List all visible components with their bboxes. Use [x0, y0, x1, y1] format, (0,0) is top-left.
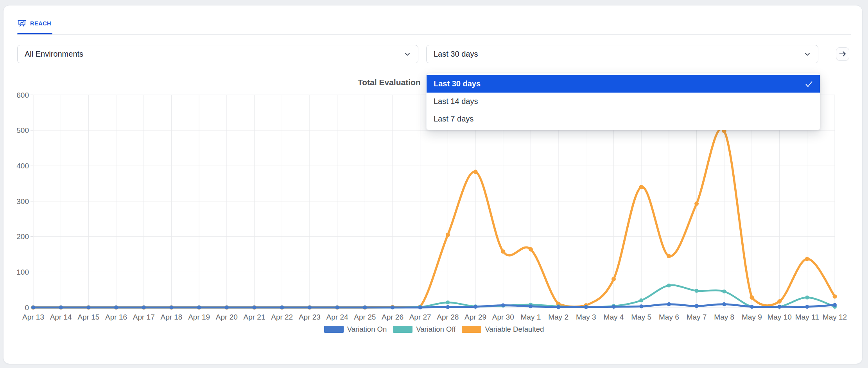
series-point-variation-on	[501, 304, 505, 307]
series-point-variation-off	[667, 284, 671, 288]
series-point-variation-on	[86, 305, 90, 309]
legend-label: Variable Defaulted	[485, 325, 544, 334]
series-point-variation-on	[308, 305, 312, 309]
series-point-variation-off	[639, 298, 643, 302]
x-axis-label: May 12	[823, 313, 847, 321]
series-point-variation-on	[446, 305, 450, 309]
series-point-variation-on	[722, 302, 726, 306]
series-point-variation-on	[612, 305, 615, 309]
y-axis-label: 500	[16, 126, 29, 134]
x-axis-label: Apr 18	[160, 313, 182, 321]
series-point-variation-on	[59, 305, 63, 309]
x-axis-label: Apr 22	[271, 313, 293, 321]
legend-swatch-variable-defaulted	[462, 326, 481, 333]
series-point-variation-on	[418, 305, 422, 309]
x-axis-label: May 8	[714, 313, 734, 321]
legend-swatch-variation-on	[324, 326, 344, 333]
series-point-variable-defaulted	[833, 294, 837, 298]
series-point-variable-defaulted	[639, 185, 644, 189]
menu-item-last-7-days[interactable]: Last 7 days	[427, 110, 820, 128]
series-point-variation-on	[473, 305, 477, 309]
series-point-variation-on	[695, 304, 699, 308]
x-axis-label: Apr 27	[409, 313, 431, 321]
y-axis-label: 400	[16, 162, 29, 170]
y-axis-label: 0	[25, 304, 29, 312]
series-point-variable-defaulted	[473, 170, 478, 174]
x-axis-label: Apr 13	[22, 313, 44, 321]
menu-item-label: Last 7 days	[434, 114, 473, 123]
x-axis-label: May 6	[659, 313, 679, 321]
series-point-variation-on	[335, 305, 339, 309]
menu-item-label: Last 14 days	[434, 97, 478, 106]
legend-item-variable-defaulted[interactable]: Variable Defaulted	[462, 325, 544, 334]
x-axis-label: May 4	[604, 313, 624, 321]
chart-legend: Variation On Variation Off Variable Defa…	[16, 325, 852, 334]
y-axis-label: 300	[16, 197, 29, 205]
series-point-variation-on	[142, 305, 146, 309]
x-axis-label: May 11	[795, 313, 819, 321]
x-axis-label: May 5	[631, 313, 651, 321]
x-axis-label: May 2	[548, 313, 569, 321]
x-axis-label: Apr 17	[133, 313, 155, 321]
x-axis-label: May 3	[576, 313, 596, 321]
legend-item-variation-off[interactable]: Variation Off	[393, 325, 456, 334]
x-axis-label: Apr 26	[382, 313, 404, 321]
evaluations-line-chart: 0100200300400500600Apr 13Apr 14Apr 15Apr…	[0, 0, 868, 368]
menu-item-last-30-days[interactable]: Last 30 days	[427, 75, 820, 93]
tab-active-underline	[17, 33, 52, 34]
series-point-variation-on	[556, 305, 560, 309]
series-point-variable-defaulted	[667, 254, 671, 258]
series-point-variation-on	[805, 305, 809, 309]
series-point-variation-off	[446, 300, 450, 304]
x-axis-label: Apr 24	[326, 313, 348, 321]
series-point-variation-on	[363, 305, 367, 309]
x-axis-label: Apr 20	[216, 313, 238, 321]
series-point-variable-defaulted	[777, 299, 782, 304]
series-point-variable-defaulted	[805, 257, 809, 261]
menu-item-last-14-days[interactable]: Last 14 days	[427, 93, 820, 110]
series-point-variation-on	[750, 305, 754, 309]
check-icon	[804, 79, 814, 89]
x-axis-label: May 10	[767, 313, 791, 321]
series-point-variable-defaulted	[612, 277, 616, 281]
x-axis-label: Apr 21	[244, 313, 265, 321]
series-point-variation-on	[391, 305, 395, 309]
series-point-variation-off	[695, 289, 699, 293]
legend-label: Variation On	[347, 325, 387, 334]
menu-item-label: Last 30 days	[434, 79, 481, 88]
y-axis-label: 600	[16, 91, 29, 99]
series-point-variable-defaulted	[529, 247, 533, 252]
series-point-variation-on	[280, 305, 284, 309]
series-point-variable-defaulted	[446, 233, 450, 237]
series-point-variation-on	[197, 305, 201, 309]
y-axis-label: 100	[16, 268, 29, 276]
series-point-variation-off	[722, 289, 726, 293]
series-point-variation-on	[169, 305, 173, 309]
series-point-variation-on	[667, 302, 671, 306]
x-axis-label: Apr 19	[188, 313, 210, 321]
date-range-menu: Last 30 days Last 14 days Last 7 days	[426, 73, 820, 130]
x-axis-label: Apr 28	[437, 313, 459, 321]
series-point-variation-on	[31, 305, 35, 309]
series-point-variation-on	[225, 305, 229, 309]
series-point-variation-on	[778, 305, 782, 309]
x-axis-label: May 1	[521, 313, 541, 321]
x-axis-label: Apr 25	[354, 313, 376, 321]
series-point-variation-on	[639, 304, 643, 308]
series-point-variation-off	[805, 296, 809, 300]
x-axis-label: Apr 14	[50, 313, 72, 321]
series-point-variable-defaulted	[501, 249, 505, 254]
y-axis-label: 200	[16, 232, 29, 241]
legend-swatch-variation-off	[393, 326, 412, 333]
x-axis-label: May 9	[742, 313, 762, 321]
dashboard-page: REACH All Environments Last 30 days Tota…	[0, 0, 868, 368]
x-axis-label: Apr 30	[492, 313, 514, 321]
x-axis-label: Apr 16	[105, 313, 127, 321]
x-axis-label: May 7	[687, 313, 707, 321]
series-point-variation-on	[253, 305, 256, 309]
x-axis-label: Apr 15	[77, 313, 99, 321]
series-point-variable-defaulted	[750, 295, 754, 300]
legend-item-variation-on[interactable]: Variation On	[324, 325, 387, 334]
series-line-variable-defaulted	[33, 129, 835, 307]
x-axis-label: Apr 23	[299, 313, 321, 321]
